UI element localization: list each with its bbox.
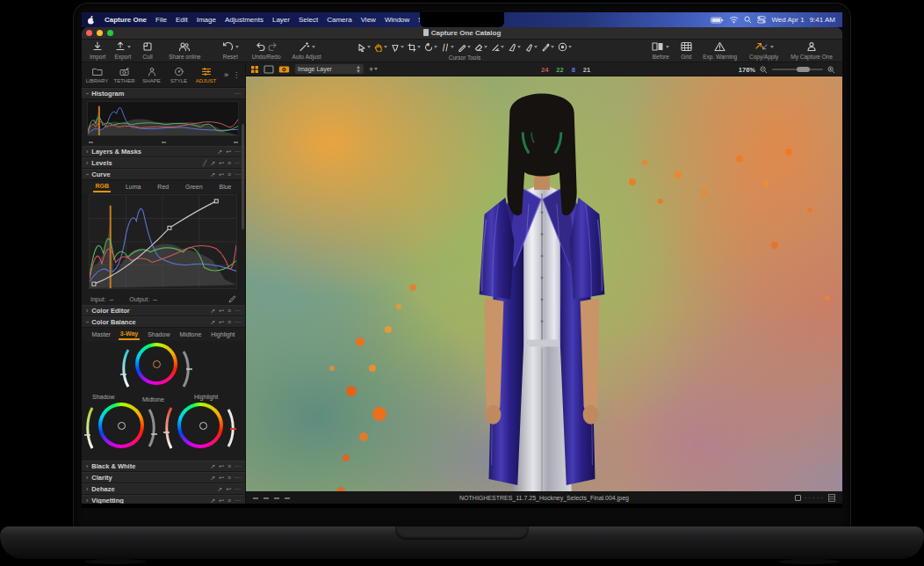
panel-header-layers-masks[interactable]: › Layers & Masks ↗↩··· xyxy=(82,146,245,157)
chevron-down-icon[interactable] xyxy=(374,68,378,70)
copy-adjustments-icon[interactable]: ↗ xyxy=(210,475,215,482)
cull-button[interactable]: Cull xyxy=(140,41,155,60)
tab-library[interactable]: LIBRARY xyxy=(83,67,111,83)
copy-apply-button[interactable]: Copy/Apply xyxy=(749,41,778,60)
panel-menu-icon[interactable]: ≡ xyxy=(227,171,231,178)
image-viewer[interactable] xyxy=(246,76,842,491)
menubar-time[interactable]: 9:41 AM xyxy=(810,16,835,24)
battery-icon[interactable] xyxy=(711,17,724,24)
midtone-wheel-indicator[interactable] xyxy=(153,360,161,368)
gradient-mask-tool[interactable] xyxy=(490,43,505,52)
curve-tab-rgb[interactable]: RGB xyxy=(93,181,111,192)
zoom-in-icon[interactable] xyxy=(827,66,835,74)
single-view-icon[interactable] xyxy=(263,65,274,74)
copy-adjustments-icon[interactable]: ↗ xyxy=(210,497,215,504)
filmstrip-icon[interactable] xyxy=(828,494,835,502)
shadow-wheel-indicator[interactable] xyxy=(118,422,126,430)
panel-more-icon[interactable]: ··· xyxy=(235,160,241,166)
reset-panel-icon[interactable]: ↩ xyxy=(226,149,231,156)
shadow-saturation-slider[interactable] xyxy=(83,406,95,450)
copy-adjustments-icon[interactable]: ↗ xyxy=(210,463,215,470)
menu-select[interactable]: Select xyxy=(294,16,322,24)
panel-more-icon[interactable]: ··· xyxy=(235,486,241,492)
panel-header-levels[interactable]: › Levels ╱↗↩≡··· xyxy=(82,157,245,169)
search-icon[interactable] xyxy=(744,16,752,24)
panel-header-histogram[interactable]: › Histogram ··· xyxy=(82,88,245,99)
curve-tab-luma[interactable]: Luma xyxy=(124,182,143,192)
zoom-out-icon[interactable] xyxy=(760,66,768,74)
control-center-icon[interactable] xyxy=(757,16,766,24)
curve-tab-green[interactable]: Green xyxy=(184,182,204,192)
panel-menu-icon[interactable]: ≡ xyxy=(227,319,231,325)
straighten-tool[interactable] xyxy=(440,43,455,52)
panel-more-icon[interactable]: ··· xyxy=(235,319,241,325)
tab-style[interactable]: STYLE xyxy=(165,67,192,83)
cb-tab-highlight[interactable]: Highlight xyxy=(209,330,236,339)
rating-dots[interactable]: ····· xyxy=(805,494,825,502)
panel-more-icon[interactable]: ··· xyxy=(235,171,241,178)
panel-more-icon[interactable]: ··· xyxy=(235,149,241,155)
my-capture-one-button[interactable]: My Capture One xyxy=(790,41,833,60)
reset-panel-icon[interactable]: ↩ xyxy=(219,319,224,326)
midtone-saturation-slider[interactable] xyxy=(119,348,131,388)
menu-layer[interactable]: Layer xyxy=(268,16,294,24)
layer-select[interactable]: Image Layer ▲▼ xyxy=(295,64,364,74)
copy-adjustments-icon[interactable]: ↗ xyxy=(217,149,222,156)
reset-panel-icon[interactable]: ↩ xyxy=(219,497,224,504)
grid-view-icon[interactable] xyxy=(250,65,259,74)
share-online-button[interactable]: Share online xyxy=(169,41,201,60)
picker-icon[interactable]: ╱ xyxy=(203,160,206,167)
zoom-slider-knob[interactable] xyxy=(797,67,810,72)
reset-button[interactable]: Reset xyxy=(222,41,239,60)
panel-more-icon[interactable]: ··· xyxy=(235,463,241,469)
apple-menu-icon[interactable] xyxy=(82,15,100,25)
panel-header-clarity[interactable]: › Clarity ↗↩≡··· xyxy=(82,472,245,483)
menubar-date[interactable]: Wed Apr 1 xyxy=(771,16,804,24)
erase-mask-tool[interactable] xyxy=(473,43,488,52)
grid-toggle[interactable]: Grid xyxy=(678,41,694,60)
tab-shape[interactable]: SHAPE xyxy=(138,67,165,83)
pan-tool[interactable] xyxy=(373,43,388,52)
copy-adjustments-icon[interactable]: ↗ xyxy=(210,308,215,315)
reset-panel-icon[interactable]: ↩ xyxy=(226,486,231,493)
tab-tether[interactable]: TETHER xyxy=(111,67,138,83)
before-toggle[interactable]: Before xyxy=(652,41,669,60)
menu-edit[interactable]: Edit xyxy=(171,16,192,24)
panel-header-black-white[interactable]: › Black & White ↗↩≡··· xyxy=(82,461,245,472)
zoom-level[interactable]: 176% xyxy=(739,66,755,74)
panel-menu-icon[interactable]: ≡ xyxy=(227,308,231,314)
panel-menu-icon[interactable]: ≡ xyxy=(227,497,231,504)
expand-tabs-icon[interactable]: » xyxy=(224,70,228,79)
loupe-tool[interactable] xyxy=(390,43,405,52)
crop-tool[interactable] xyxy=(407,43,422,52)
curve-tab-red[interactable]: Red xyxy=(155,182,170,192)
rotate-tool[interactable] xyxy=(423,43,438,52)
highlight-saturation-slider[interactable] xyxy=(162,406,174,450)
panel-more-icon[interactable]: ··· xyxy=(235,91,241,97)
menu-file[interactable]: File xyxy=(151,16,171,24)
menu-image[interactable]: Image xyxy=(192,16,220,24)
panel-header-color-editor[interactable]: › Color Editor ↗↩≡··· xyxy=(82,305,245,316)
menu-view[interactable]: View xyxy=(357,16,380,24)
menu-adjustments[interactable]: Adjustments xyxy=(220,16,268,24)
cb-tab-midtone[interactable]: Midtone xyxy=(177,330,203,339)
color-picker-tool[interactable] xyxy=(557,42,573,52)
sidebar-scrollbar[interactable] xyxy=(242,124,244,229)
panel-menu-icon[interactable]: ≡ xyxy=(227,463,231,469)
panel-header-dehaze[interactable]: › Dehaze ↗↩··· xyxy=(82,483,245,495)
select-checkbox[interactable] xyxy=(795,495,801,501)
statusbar-left-icons[interactable] xyxy=(253,497,290,499)
select-tool[interactable] xyxy=(357,43,372,52)
panel-more-icon[interactable]: ··· xyxy=(235,475,241,481)
midtone-luma-slider[interactable] xyxy=(181,350,193,388)
shadow-luma-slider[interactable] xyxy=(147,408,158,448)
clone-tool[interactable] xyxy=(523,43,538,52)
curve-canvas[interactable] xyxy=(89,194,237,289)
panel-header-color-balance[interactable]: › Color Balance ↗↩≡··· xyxy=(82,316,245,328)
menu-capture-one[interactable]: Capture One xyxy=(100,16,151,24)
copy-adjustments-icon[interactable]: ↗ xyxy=(210,160,215,167)
eyedropper-icon[interactable] xyxy=(228,295,236,303)
cb-tab-3way[interactable]: 3-Way xyxy=(119,329,140,340)
panel-more-icon[interactable]: ··· xyxy=(235,308,241,314)
panel-header-curve[interactable]: › Curve ↗↩≡··· xyxy=(82,169,245,180)
